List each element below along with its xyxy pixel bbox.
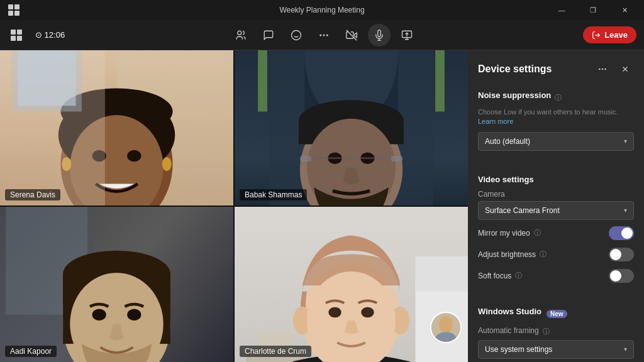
windows-studio-title: Windows Studio — [478, 307, 541, 316]
react-icon-button[interactable] — [285, 24, 308, 47]
panel-more-options-button[interactable] — [594, 60, 611, 78]
panel-title: Device settings — [478, 63, 552, 75]
soft-focus-row: Soft focus ⓘ — [478, 265, 634, 287]
noise-suppression-dropdown[interactable]: Auto (default) ▾ — [478, 132, 634, 151]
apps-icon[interactable] — [8, 26, 25, 44]
svg-point-0 — [238, 31, 242, 35]
svg-point-83 — [599, 69, 601, 70]
mirror-video-row: Mirror my video ⓘ — [478, 222, 634, 244]
noise-suppression-desc: Choose Low if you want others to hear mu… — [478, 107, 634, 127]
soft-focus-info-icon[interactable]: ⓘ — [515, 271, 522, 280]
svg-point-26 — [127, 150, 141, 162]
close-button[interactable]: ✕ — [610, 0, 639, 20]
maximize-button[interactable]: ❐ — [579, 0, 608, 20]
video-settings-title: Video settings — [478, 175, 534, 184]
svg-point-62 — [92, 309, 106, 321]
svg-point-81 — [439, 317, 453, 333]
soft-focus-toggle[interactable] — [609, 269, 634, 283]
share-screen-button[interactable] — [396, 24, 418, 47]
participant-name-charlotte: Charlotte de Crum — [240, 346, 311, 357]
automatic-framing-dropdown[interactable]: Use system settings ▾ — [478, 340, 634, 359]
device-settings-panel: Device settings Noise suppression ⓘ — [468, 50, 644, 362]
windows-studio-section: Windows Studio New Automatic framing ⓘ U… — [468, 299, 644, 362]
noise-suppression-title: Noise suppression — [478, 90, 551, 100]
toolbar-center — [230, 24, 418, 47]
noise-suppression-section: Noise suppression ⓘ Choose Low if you wa… — [468, 83, 644, 161]
automatic-framing-label: Automatic framing — [478, 326, 539, 335]
svg-rect-31 — [18, 50, 76, 106]
noise-suppression-info-icon[interactable]: ⓘ — [555, 93, 562, 102]
video-grid: Serena Davis — [0, 50, 468, 362]
mirror-video-label: Mirror my video ⓘ — [478, 228, 541, 238]
main-content: Serena Davis — [0, 50, 644, 362]
panel-header-icons — [594, 60, 634, 78]
soft-focus-label: Soft focus ⓘ — [478, 271, 522, 280]
title-bar: Weekly Planning Meeting — ❐ ✕ — [0, 0, 644, 20]
svg-rect-37 — [435, 50, 445, 112]
camera-label: Camera — [478, 190, 634, 199]
windows-studio-header: Windows Studio New — [478, 307, 634, 321]
mirror-video-toggle[interactable] — [609, 226, 634, 240]
brightness-info-icon[interactable]: ⓘ — [540, 250, 547, 259]
camera-chevron-icon: ▾ — [624, 207, 627, 214]
svg-point-1 — [292, 30, 301, 40]
video-settings-section: Video settings Camera Surface Camera Fro… — [468, 166, 644, 294]
svg-rect-49 — [300, 156, 312, 162]
toolbar-right: Leave — [583, 26, 636, 43]
window-title: Weekly Planning Meeting — [279, 6, 364, 14]
participant-name-serena: Serena Davis — [5, 189, 60, 200]
new-badge: New — [547, 310, 567, 318]
svg-point-63 — [127, 309, 141, 321]
window-controls: — ❐ ✕ — [547, 0, 639, 20]
app-grid-icon[interactable] — [5, 1, 23, 19]
microphone-button[interactable] — [368, 24, 391, 47]
toolbar: ⊙ 12:06 — [0, 20, 644, 50]
camera-dropdown[interactable]: Surface Camera Front ▾ — [478, 201, 634, 220]
mirror-info-icon[interactable]: ⓘ — [534, 228, 541, 238]
time-display: ⊙ 12:06 — [35, 30, 65, 40]
self-view-avatar — [430, 312, 462, 343]
participant-name-aadi: Aadi Kapoor — [5, 346, 57, 357]
adjust-brightness-label: Adjust brightness ⓘ — [478, 250, 547, 259]
video-tile-aadi: Aadi Kapoor — [0, 207, 233, 362]
video-tile-babak: Babak Shammas — [235, 50, 468, 206]
svg-point-6 — [326, 34, 328, 36]
learn-more-link[interactable]: Learn more — [478, 118, 513, 125]
minimize-button[interactable]: — — [547, 0, 576, 20]
automatic-framing-info-icon[interactable]: ⓘ — [543, 327, 550, 336]
adjust-brightness-row: Adjust brightness ⓘ — [478, 244, 634, 265]
svg-point-85 — [604, 69, 606, 70]
participant-name-babak: Babak Shammas — [240, 189, 307, 200]
leave-button[interactable]: Leave — [583, 26, 636, 43]
svg-rect-36 — [258, 50, 267, 112]
chevron-down-icon: ▾ — [624, 138, 627, 145]
video-tile-serena: Serena Davis — [0, 50, 233, 206]
panel-header: Device settings — [468, 50, 644, 83]
svg-point-77 — [361, 307, 374, 318]
svg-rect-68 — [416, 256, 468, 292]
svg-point-5 — [323, 34, 325, 36]
people-icon-button[interactable] — [230, 24, 252, 47]
adjust-brightness-toggle[interactable] — [609, 248, 634, 261]
svg-rect-50 — [391, 156, 403, 162]
framing-chevron-icon: ▾ — [624, 346, 627, 353]
video-tile-charlotte: Charlotte de Crum — [235, 207, 468, 362]
toolbar-left: ⊙ 12:06 — [8, 26, 65, 44]
panel-close-button[interactable] — [616, 60, 634, 78]
more-options-button[interactable] — [313, 24, 335, 47]
svg-point-76 — [328, 307, 341, 318]
title-bar-left — [5, 1, 23, 19]
camera-toggle-button[interactable] — [340, 24, 363, 47]
svg-point-84 — [602, 69, 604, 70]
svg-point-28 — [162, 157, 172, 171]
chat-icon-button[interactable] — [257, 24, 280, 47]
svg-point-4 — [319, 34, 321, 36]
